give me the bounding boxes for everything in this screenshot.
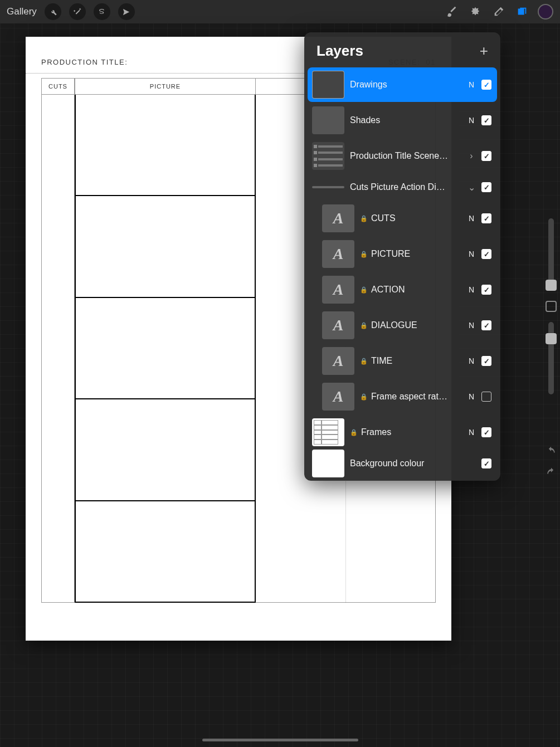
visibility-checkbox[interactable] — [481, 80, 491, 90]
undo-redo-group — [546, 446, 557, 480]
layer-thumbnail[interactable] — [312, 71, 344, 99]
lock-icon: 🔒 — [350, 429, 358, 436]
storyboard-frame — [76, 95, 255, 196]
layer-row[interactable]: Cuts Picture Action Di…⌄ — [308, 174, 497, 200]
blend-mode-indicator[interactable]: N — [467, 116, 476, 125]
layer-thumbnail[interactable] — [312, 418, 344, 446]
layer-row[interactable]: Production Title Scene…› — [308, 139, 497, 173]
layer-name: Background colour — [350, 458, 461, 468]
adjustments-wand-icon[interactable] — [69, 3, 86, 20]
layer-name: Cuts Picture Action Di… — [350, 182, 461, 192]
layer-thumbnail[interactable] — [312, 142, 344, 170]
layer-row[interactable]: A🔒ACTIONN — [308, 272, 497, 307]
layer-thumbnail[interactable]: A — [322, 240, 354, 268]
blend-mode-indicator[interactable]: N — [467, 80, 476, 89]
storyboard-frame — [76, 399, 255, 501]
visibility-checkbox[interactable] — [481, 285, 491, 295]
layers-panel-title: Layers — [316, 42, 363, 60]
right-sidebar — [542, 218, 560, 394]
visibility-checkbox[interactable] — [481, 458, 491, 468]
visibility-checkbox[interactable] — [481, 213, 491, 223]
layer-thumbnail[interactable]: A — [322, 383, 354, 411]
color-picker-button[interactable] — [538, 4, 553, 19]
layer-name: Production Title Scene… — [350, 151, 461, 161]
layer-name: Shades — [350, 115, 461, 125]
lock-icon: 🔒 — [360, 251, 368, 258]
layer-row[interactable]: A🔒CUTSN — [308, 201, 497, 236]
visibility-checkbox[interactable] — [481, 151, 491, 161]
lock-icon: 🔒 — [360, 322, 368, 329]
blend-mode-indicator[interactable]: N — [467, 214, 476, 223]
layer-row[interactable]: A🔒PICTUREN — [308, 237, 497, 271]
lock-icon: 🔒 — [360, 358, 368, 365]
layer-row[interactable]: DrawingsN — [308, 67, 497, 102]
layer-row[interactable]: A🔒Frame aspect rat…N — [308, 379, 497, 414]
eyedropper-button[interactable] — [546, 301, 557, 312]
lock-icon: 🔒 — [360, 393, 368, 401]
redo-icon[interactable] — [546, 467, 557, 480]
group-collapse-line — [312, 186, 344, 188]
visibility-checkbox[interactable] — [481, 320, 491, 330]
blend-mode-indicator[interactable]: N — [467, 250, 476, 258]
layer-thumbnail[interactable]: A — [322, 276, 354, 304]
visibility-checkbox[interactable] — [481, 249, 491, 259]
smudge-icon[interactable] — [468, 4, 483, 19]
lock-icon: 🔒 — [360, 215, 368, 222]
layers-icon[interactable] — [514, 4, 530, 19]
layer-thumbnail[interactable] — [312, 106, 344, 134]
layer-name: 🔒DIALOGUE — [360, 320, 461, 330]
blend-mode-indicator[interactable]: N — [467, 357, 476, 365]
storyboard-frame — [76, 501, 255, 602]
opacity-slider[interactable] — [548, 322, 554, 394]
layer-name: Drawings — [350, 80, 461, 90]
top-toolbar: Gallery — [0, 0, 560, 23]
transform-arrow-icon[interactable] — [118, 3, 135, 20]
layer-name: 🔒TIME — [360, 356, 461, 366]
eraser-icon[interactable] — [491, 4, 507, 19]
cuts-column — [41, 95, 75, 603]
layer-name: 🔒Frames — [350, 427, 461, 437]
production-title-label: PRODUCTION TITLE: — [41, 58, 128, 66]
storyboard-frame — [76, 196, 255, 297]
layer-name: 🔒ACTION — [360, 285, 461, 295]
layer-thumbnail[interactable]: A — [322, 204, 354, 232]
undo-icon[interactable] — [546, 446, 557, 459]
visibility-checkbox[interactable] — [481, 392, 491, 402]
visibility-checkbox[interactable] — [481, 427, 491, 437]
layer-name: 🔒Frame aspect rat… — [360, 392, 461, 402]
layer-row[interactable]: A🔒DIALOGUEN — [308, 308, 497, 343]
layer-thumbnail[interactable]: A — [322, 311, 354, 339]
layer-name: 🔒CUTS — [360, 213, 461, 223]
layer-row[interactable]: ShadesN — [308, 103, 497, 138]
blend-mode-indicator[interactable]: N — [467, 392, 476, 401]
blend-mode-indicator[interactable]: N — [467, 285, 476, 294]
chevron-right-icon[interactable]: › — [467, 151, 476, 161]
layer-thumbnail[interactable] — [312, 450, 344, 477]
layer-name: 🔒PICTURE — [360, 249, 461, 259]
col-header-picture: PICTURE — [75, 78, 256, 95]
storyboard-frame — [76, 298, 255, 399]
col-header-cuts: CUTS — [41, 78, 75, 95]
blend-mode-indicator[interactable]: N — [467, 428, 476, 437]
visibility-checkbox[interactable] — [481, 115, 491, 125]
brush-size-slider[interactable] — [548, 218, 554, 291]
layer-row[interactable]: 🔒FramesN — [308, 415, 497, 450]
lock-icon: 🔒 — [360, 286, 368, 294]
visibility-checkbox[interactable] — [481, 356, 491, 366]
blend-mode-indicator[interactable]: N — [467, 321, 476, 330]
gallery-button[interactable]: Gallery — [7, 6, 37, 17]
add-layer-button[interactable]: + — [480, 42, 488, 60]
chevron-down-icon[interactable]: ⌄ — [467, 182, 476, 193]
brush-icon[interactable] — [444, 4, 460, 19]
layer-thumbnail[interactable]: A — [322, 347, 354, 375]
layer-row[interactable]: Background colour — [308, 451, 497, 476]
actions-wrench-icon[interactable] — [45, 3, 61, 20]
picture-column — [75, 95, 256, 603]
visibility-checkbox[interactable] — [481, 182, 491, 192]
selection-s-icon[interactable] — [94, 3, 110, 20]
layer-row[interactable]: A🔒TIMEN — [308, 344, 497, 378]
home-indicator — [202, 739, 358, 741]
layers-panel: Layers + DrawingsNShadesNProduction Titl… — [304, 32, 500, 481]
